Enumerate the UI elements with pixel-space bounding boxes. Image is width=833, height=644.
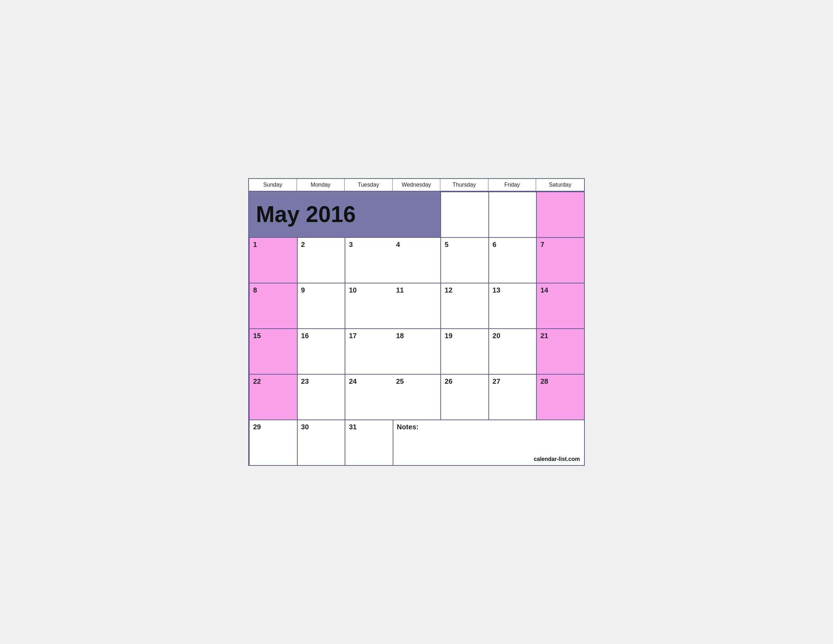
day-29: 29 [249, 420, 297, 465]
header-monday: Monday [297, 179, 345, 191]
calendar: Sunday Monday Tuesday Wednesday Thursday… [248, 178, 585, 466]
calendar-grid: May 2016 1 2 3 4 5 6 7 8 9 [249, 192, 584, 465]
day-3: 3 [345, 237, 392, 283]
day-9: 9 [297, 283, 345, 328]
header-thursday: Thursday [441, 179, 488, 191]
day-14: 14 [536, 283, 584, 328]
day-2: 2 [297, 237, 345, 283]
header-sunday: Sunday [249, 179, 297, 191]
empty-fri [488, 192, 536, 237]
day-22: 22 [249, 374, 297, 420]
day-24: 24 [345, 374, 392, 420]
header-tuesday: Tuesday [345, 179, 392, 191]
day-26: 26 [441, 374, 488, 420]
day-27: 27 [488, 374, 536, 420]
month-title-cell: May 2016 [249, 192, 441, 237]
day-23: 23 [297, 374, 345, 420]
day-18: 18 [392, 328, 441, 374]
month-title: May 2016 [256, 203, 356, 225]
empty-sat [536, 192, 584, 237]
header-friday: Friday [488, 179, 536, 191]
day-7: 7 [536, 237, 584, 283]
empty-thu [441, 192, 488, 237]
header-wednesday: Wednesday [392, 179, 441, 191]
day-13: 13 [488, 283, 536, 328]
day-25: 25 [392, 374, 441, 420]
day-16: 16 [297, 328, 345, 374]
day-15: 15 [249, 328, 297, 374]
day-20: 20 [488, 328, 536, 374]
day-6: 6 [488, 237, 536, 283]
day-4: 4 [392, 237, 441, 283]
day-8: 8 [249, 283, 297, 328]
day-19: 19 [441, 328, 488, 374]
day-30: 30 [297, 420, 345, 465]
day-21: 21 [536, 328, 584, 374]
day-5: 5 [441, 237, 488, 283]
day-headers: Sunday Monday Tuesday Wednesday Thursday… [249, 179, 584, 192]
day-17: 17 [345, 328, 392, 374]
day-10: 10 [345, 283, 392, 328]
day-1: 1 [249, 237, 297, 283]
day-28: 28 [536, 374, 584, 420]
notes-cell: Notes: calendar-list.com [392, 420, 584, 465]
day-11: 11 [392, 283, 441, 328]
day-31: 31 [345, 420, 392, 465]
header-saturday: Saturday [536, 179, 584, 191]
day-12: 12 [441, 283, 488, 328]
watermark: calendar-list.com [534, 456, 580, 462]
notes-label: Notes: [397, 423, 419, 431]
